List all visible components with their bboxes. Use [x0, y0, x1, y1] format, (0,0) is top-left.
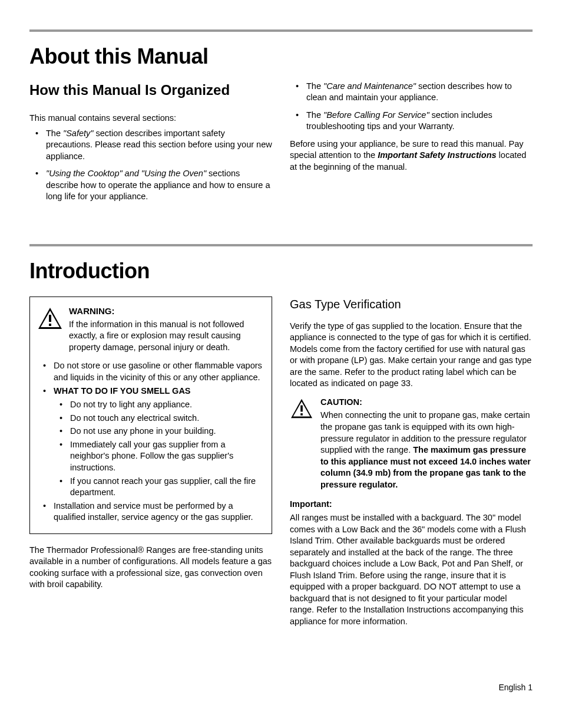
about-col-left: How this Manual Is Organized This manual… — [29, 81, 272, 209]
about-col-right: The "Care and Maintenance" section descr… — [290, 81, 533, 209]
closing-para: Before using your appliance, be sure to … — [290, 139, 533, 173]
right-bullet-list: The "Care and Maintenance" section descr… — [290, 81, 533, 133]
heading-introduction: Introduction — [29, 257, 533, 286]
important-body: All ranges must be installed with a back… — [290, 512, 533, 628]
intro-col-right: Gas Type Verification Verify the type of… — [290, 297, 533, 635]
divider-top-1 — [29, 29, 533, 32]
list-item: The "Safety" section describes important… — [29, 128, 272, 163]
caution-block: CAUTION: When connecting the unit to pro… — [290, 397, 533, 491]
intro-columns: WARNING: If the information in this manu… — [29, 297, 533, 635]
svg-rect-2 — [300, 405, 303, 411]
caution-label: CAUTION: — [320, 397, 533, 409]
list-item: Installation and service must be perform… — [37, 500, 265, 523]
list-item: Immediately call your gas supplier from … — [54, 439, 265, 474]
list-item: WHAT TO DO IF YOU SMELL GAS Do not try t… — [37, 386, 265, 499]
heading-gas-verification: Gas Type Verification — [290, 297, 533, 312]
caution-text: CAUTION: When connecting the unit to pro… — [320, 397, 533, 491]
warning-triangle-icon — [37, 307, 63, 330]
left-bullet-list: The "Safety" section describes important… — [29, 128, 272, 203]
warning-bullets: Do not store or use gasoline or other fl… — [37, 360, 265, 523]
warning-body: If the information in this manual is not… — [69, 319, 265, 354]
about-columns: How this Manual Is Organized This manual… — [29, 81, 533, 209]
important-label: Important: — [290, 499, 533, 510]
subheading-organized: How this Manual Is Organized — [29, 81, 272, 100]
list-item: "Using the Cooktop" and "Using the Oven"… — [29, 168, 272, 203]
warning-header-text: WARNING: If the information in this manu… — [69, 305, 265, 354]
page-footer: English 1 — [29, 682, 533, 693]
smell-gas-sublist: Do not try to light any appliance. Do no… — [54, 399, 265, 499]
list-item: The "Care and Maintenance" section descr… — [290, 81, 533, 104]
list-item: Do not use any phone in your building. — [54, 426, 265, 437]
list-item: Do not store or use gasoline or other fl… — [37, 360, 265, 383]
warning-label: WARNING: — [69, 305, 265, 317]
svg-rect-0 — [49, 315, 51, 322]
warning-header: WARNING: If the information in this manu… — [37, 305, 265, 354]
warning-box: WARNING: If the information in this manu… — [29, 297, 272, 534]
divider-top-2 — [29, 244, 533, 246]
svg-rect-1 — [49, 324, 51, 326]
list-item: If you cannot reach your gas supplier, c… — [54, 476, 265, 499]
intro-text: This manual contains several sections: — [29, 113, 272, 124]
heading-about-manual: About this Manual — [29, 42, 533, 71]
intro-paragraph: The Thermador Professional® Ranges are f… — [29, 545, 272, 591]
intro-col-left: WARNING: If the information in this manu… — [29, 297, 272, 635]
list-item: The "Before Calling For Service" section… — [290, 110, 533, 133]
gas-paragraph: Verify the type of gas supplied to the l… — [290, 321, 533, 390]
svg-rect-3 — [300, 413, 303, 416]
caution-triangle-icon — [290, 398, 313, 419]
list-item: Do not try to light any appliance. — [54, 399, 265, 411]
list-item: Do not touch any electrical switch. — [54, 413, 265, 424]
